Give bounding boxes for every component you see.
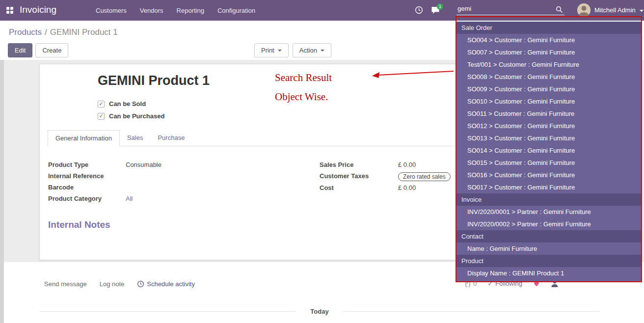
search-result-item[interactable]: Display Name : GEMINI Product 1 <box>456 267 641 279</box>
schedule-activity-label: Schedule activity <box>147 280 195 288</box>
search-result-item[interactable]: SO009 > Customer : Gemini Furniture <box>456 83 641 95</box>
schedule-activity-button[interactable]: Schedule activity <box>137 280 195 288</box>
menu-reporting[interactable]: Reporting <box>177 7 204 14</box>
field-barcode: Barcode <box>48 184 161 192</box>
field-customer-taxes: Customer Taxes Zero rated sales <box>320 172 451 181</box>
right-field-column: Sales Price £ 0.00 Customer Taxes Zero r… <box>320 161 451 195</box>
search-result-item[interactable]: SO014 > Customer : Gemini Furniture <box>456 144 641 157</box>
user-menu[interactable]: Mitchell Admin <box>577 3 644 17</box>
product-category-link[interactable]: All <box>126 195 133 202</box>
check-icon: ✓ <box>99 113 103 119</box>
menu-vendors[interactable]: Vendors <box>140 7 163 14</box>
field-label: Barcode <box>48 184 126 191</box>
edit-button[interactable]: Edit <box>8 43 32 57</box>
internal-notes-heading: Internal Notes <box>48 219 110 230</box>
breadcrumb-products-link[interactable]: Products <box>9 27 42 37</box>
search-result-item[interactable]: SO015 > Customer : Gemini Furniture <box>456 157 641 169</box>
action-dropdown-button[interactable]: Action <box>293 43 331 57</box>
search-result-item[interactable]: SO007 > Customer : Gemini Furniture <box>456 46 641 58</box>
user-name: Mitchell Admin <box>594 6 636 14</box>
create-button[interactable]: Create <box>35 43 68 57</box>
can-be-sold-row: ✓ Can be Sold <box>98 100 146 108</box>
breadcrumb-current: GEMINI Product 1 <box>50 27 118 37</box>
search-result-item[interactable]: SO010 > Customer : Gemini Furniture <box>456 95 641 108</box>
field-sales-price: Sales Price £ 0.00 <box>320 161 451 169</box>
user-avatar <box>577 3 590 17</box>
menu-customers[interactable]: Customers <box>96 7 127 14</box>
field-value: £ 0.00 <box>398 161 416 168</box>
clock-icon <box>137 280 144 288</box>
search-result-item[interactable]: SO016 > Customer : Gemini Furniture <box>456 169 641 181</box>
field-cost: Cost £ 0.00 <box>320 184 451 192</box>
search-result-item[interactable]: INV/2020/0002 > Partner : Gemini Furnitu… <box>456 218 641 230</box>
search-result-item[interactable]: Name : Gemini Furniture <box>456 242 641 255</box>
print-action-buttons: Print Action <box>254 43 331 57</box>
breadcrumb-separator: / <box>45 27 47 37</box>
app-name[interactable]: Invoicing <box>20 4 56 15</box>
annotation-arrow <box>371 68 456 80</box>
can-be-sold-checkbox[interactable]: ✓ <box>98 101 105 108</box>
field-label: Internal Reference <box>48 172 126 180</box>
search-result-item[interactable]: SO004 > Customer : Gemini Furniture <box>456 34 641 46</box>
divider-line <box>344 311 600 312</box>
field-value: £ 0.00 <box>398 184 416 191</box>
today-label: Today <box>310 308 328 315</box>
annotation-line-1: Search Result <box>275 72 332 84</box>
caret-down-icon <box>278 50 282 52</box>
search-icon[interactable] <box>556 6 563 13</box>
check-icon: ✓ <box>99 101 103 107</box>
field-value: Consumable <box>126 161 161 168</box>
tab-sales[interactable]: Sales <box>120 130 151 146</box>
product-title: GEMINI Product 1 <box>98 73 210 88</box>
caret-down-icon <box>640 10 644 12</box>
action-label: Action <box>299 47 317 54</box>
can-be-purchased-label: Can be Purchased <box>109 112 164 120</box>
search-group-header-invoice: Invoice <box>456 193 641 206</box>
search-results-dropdown: Sale Order SO004 > Customer : Gemini Fur… <box>456 16 642 282</box>
field-label: Product Category <box>48 195 126 202</box>
can-be-purchased-checkbox[interactable]: ✓ <box>98 113 105 120</box>
field-internal-reference: Internal Reference <box>48 172 161 181</box>
main-menu: Customers Vendors Reporting Configuratio… <box>96 0 255 21</box>
global-search <box>456 2 564 15</box>
caret-down-icon <box>321 50 324 52</box>
tab-general-information[interactable]: General Information <box>48 130 120 146</box>
log-note-button[interactable]: Log note <box>100 280 125 288</box>
send-message-button[interactable]: Send message <box>44 280 87 288</box>
chatter-composer-links: Send message Log note Schedule activity <box>44 280 195 288</box>
field-label: Cost <box>320 184 398 191</box>
search-result-item[interactable]: SO013 > Customer : Gemini Furniture <box>456 132 641 144</box>
annotation-note: Search Result Object Wise. <box>275 72 332 103</box>
search-results-list: Sale Order SO004 > Customer : Gemini Fur… <box>456 22 641 281</box>
divider-line <box>39 311 295 312</box>
field-label: Sales Price <box>320 161 398 168</box>
search-result-item[interactable]: SO012 > Customer : Gemini Furniture <box>456 120 641 132</box>
search-result-item[interactable]: SO008 > Customer : Gemini Furniture <box>456 71 641 83</box>
field-label: Customer Taxes <box>320 172 398 180</box>
customer-taxes-tag: Zero rated sales <box>398 172 451 181</box>
menu-configuration[interactable]: Configuration <box>217 7 255 14</box>
record-action-buttons: Edit Create <box>8 43 68 57</box>
field-product-category: Product Category All <box>48 195 161 203</box>
can-be-sold-label: Can be Sold <box>109 100 146 108</box>
apps-menu-icon[interactable] <box>6 7 14 14</box>
field-product-type: Product Type Consumable <box>48 161 161 169</box>
search-result-item[interactable]: INV/2020/0001 > Partner : Gemini Furnitu… <box>456 206 641 218</box>
messages-bubble-icon[interactable]: 1 <box>431 6 440 14</box>
search-input[interactable] <box>456 2 564 15</box>
print-dropdown-button[interactable]: Print <box>254 43 289 57</box>
messages-count-badge: 1 <box>437 3 443 10</box>
tab-purchase[interactable]: Purchase <box>150 130 192 146</box>
left-gutter <box>0 60 4 323</box>
left-field-column: Product Type Consumable Internal Referen… <box>48 161 161 206</box>
search-group-header-sale-order: Sale Order <box>456 22 641 34</box>
search-result-item[interactable]: Test/001 > Customer : Gemini Furniture <box>456 58 641 71</box>
activities-clock-icon[interactable] <box>415 6 423 14</box>
search-result-item[interactable]: SO011 > Customer : Gemini Furniture <box>456 108 641 120</box>
can-be-purchased-row: ✓ Can be Purchased <box>98 112 164 120</box>
breadcrumb: Products/GEMINI Product 1 <box>9 27 118 37</box>
search-group-header-product: Product <box>456 255 641 267</box>
field-label: Product Type <box>48 161 126 168</box>
today-divider: Today <box>39 308 600 315</box>
search-result-item[interactable]: SO017 > Customer : Gemini Furniture <box>456 181 641 193</box>
